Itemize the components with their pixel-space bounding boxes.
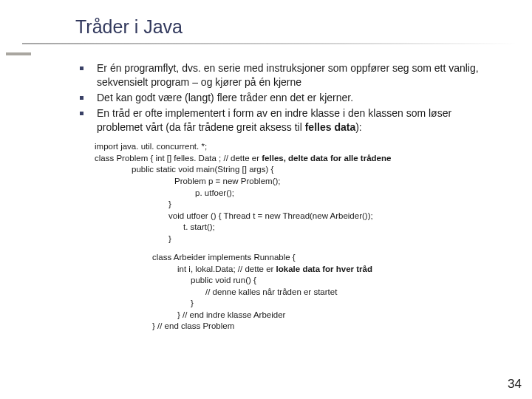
code-line: class Arbeider implements Runnable { xyxy=(152,252,532,264)
bullet-text-tail: ): xyxy=(355,121,362,133)
bullet-icon xyxy=(80,96,83,100)
code-text: class Problem { int [] felles. Data ; //… xyxy=(95,154,262,163)
bullet-icon xyxy=(80,112,83,115)
code-line: void utfoer () { Thread t = new Thread(n… xyxy=(95,211,532,222)
bullet-text: Det kan godt være (langt) flere tråder e… xyxy=(97,91,353,105)
code-line: } xyxy=(95,199,532,211)
code-line: } // end class Problem xyxy=(152,321,532,332)
list-item: Det kan godt være (langt) flere tråder e… xyxy=(80,91,494,105)
code-line: public static void main(String [] args) … xyxy=(95,164,532,176)
code-line: class Problem { int [] felles. Data ; //… xyxy=(95,153,532,165)
code-text-bold: felles, delte data for alle trådene xyxy=(262,154,391,163)
code-line: int i, lokal.Data; // dette er lokale da… xyxy=(152,264,532,276)
code-text: int i, lokal.Data; // dette er xyxy=(177,265,276,273)
code-line: public void run() { xyxy=(152,275,532,287)
code-line: } xyxy=(152,298,532,310)
code-block-1: import java. util. concurrent. *; class … xyxy=(95,141,532,245)
page-number: 34 xyxy=(508,377,522,392)
code-line: import java. util. concurrent. *; xyxy=(95,141,532,153)
bullet-icon xyxy=(80,66,83,70)
bullet-text: En tråd er ofte implementert i form av e… xyxy=(97,106,494,134)
slide: Tråder i Java Er én programflyt, dvs. en… xyxy=(0,0,532,399)
code-line: p. utfoer(); xyxy=(95,188,532,200)
title-wrap: Tråder i Java xyxy=(0,0,532,38)
title-underline xyxy=(22,43,517,44)
code-line: t. start(); xyxy=(95,222,532,233)
code-line: } // end indre klasse Arbeider xyxy=(152,310,532,321)
bullet-text-part: En tråd er ofte implementert i form av e… xyxy=(97,107,451,133)
code-line: // denne kalles når tråden er startet xyxy=(152,287,532,299)
code-block-2: class Arbeider implements Runnable { int… xyxy=(152,252,532,332)
slide-title: Tråder i Java xyxy=(0,16,532,38)
list-item: Er én programflyt, dvs. en serie med ins… xyxy=(80,61,494,89)
list-item: En tråd er ofte implementert i form av e… xyxy=(80,106,494,134)
bullet-list: Er én programflyt, dvs. en serie med ins… xyxy=(80,61,494,134)
code-text-bold: lokale data for hver tråd xyxy=(276,265,372,273)
accent-bar xyxy=(6,52,31,55)
bullet-text: Er én programflyt, dvs. en serie med ins… xyxy=(97,61,494,89)
code-line: } xyxy=(95,233,532,245)
bullet-text-bold: felles data xyxy=(305,121,355,133)
code-line: Problem p = new Problem(); xyxy=(95,176,532,188)
